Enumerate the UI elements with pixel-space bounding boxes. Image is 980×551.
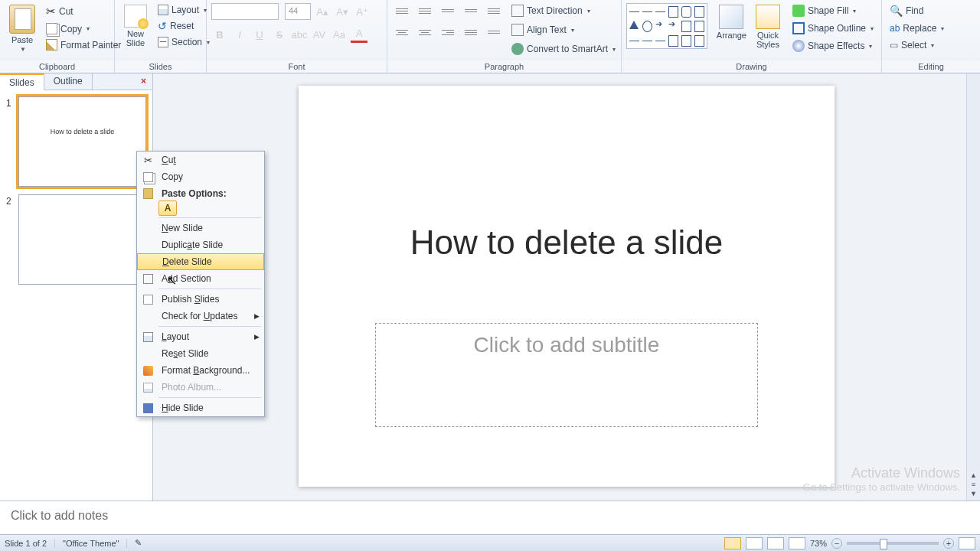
slide-subtitle-placeholder[interactable]: Click to add subtitle xyxy=(375,323,758,427)
status-slide-position: Slide 1 of 2 xyxy=(5,539,55,548)
thumb-number: 1 xyxy=(6,96,14,187)
thumbnail-item[interactable]: 2 xyxy=(6,194,146,285)
arrange-button[interactable]: Arrange xyxy=(712,3,751,41)
ctx-delete-slide[interactable]: Delete Slide xyxy=(137,253,264,270)
thumbnail-2[interactable] xyxy=(18,194,146,285)
slide-nav-icon[interactable]: ≡ xyxy=(972,481,975,488)
sorter-view-button[interactable] xyxy=(746,537,763,549)
find-button[interactable]: 🔍Find xyxy=(887,3,947,18)
group-drawing: Arrange Quick Styles Shape Fill▾ Shape O… xyxy=(622,0,882,73)
zoom-slider[interactable] xyxy=(847,542,939,545)
select-icon: ▭ xyxy=(890,40,898,51)
bullets-button[interactable] xyxy=(392,3,412,18)
font-color-button[interactable]: A xyxy=(351,26,368,43)
outline-icon xyxy=(792,22,805,34)
section-button[interactable]: Section▾ xyxy=(155,35,213,49)
scissors-icon: ✂ xyxy=(46,5,56,18)
bold-button[interactable]: B xyxy=(211,26,228,43)
ctx-layout[interactable]: Layout▶ xyxy=(137,328,264,345)
group-paragraph: Text Direction▾ Align Text▾ Convert to S… xyxy=(387,0,622,73)
panel-close-button[interactable]: × xyxy=(135,73,152,90)
zoom-in-button[interactable]: + xyxy=(943,538,954,549)
notes-pane[interactable]: Click to add notes xyxy=(0,500,980,534)
align-text-button[interactable]: Align Text▾ xyxy=(508,22,619,37)
shadow-button[interactable]: abc xyxy=(291,26,308,43)
select-button[interactable]: ▭Select▾ xyxy=(887,38,947,52)
font-family-combo[interactable] xyxy=(211,3,279,20)
justify-button[interactable] xyxy=(461,24,481,40)
clear-formatting-button[interactable]: A⁺ xyxy=(354,3,371,20)
quick-styles-button[interactable]: Quick Styles xyxy=(751,3,785,51)
slide-title[interactable]: How to delete a slide xyxy=(299,223,835,262)
strikethrough-button[interactable]: S̶ xyxy=(271,26,288,43)
context-menu: ✂Cut Copy Paste Options: A New Slide Dup… xyxy=(136,151,265,417)
copy-button[interactable]: Copy▾ xyxy=(43,21,124,36)
tab-outline[interactable]: Outline xyxy=(44,73,93,90)
prev-slide-icon[interactable]: ▲ xyxy=(970,471,977,479)
group-font: 44 A▴ A▾ A⁺ B I U S̶ abc AV Aa A Font xyxy=(207,0,387,73)
ctx-cut[interactable]: ✂Cut xyxy=(137,152,264,168)
increase-indent-button[interactable] xyxy=(461,3,481,18)
vertical-scrollbar[interactable]: ▲ ≡ ▼ xyxy=(966,73,980,500)
replace-button[interactable]: abReplace▾ xyxy=(887,21,947,35)
zoom-out-button[interactable]: − xyxy=(831,538,842,549)
group-title: Paragraph xyxy=(387,60,621,73)
group-title: Clipboard xyxy=(0,60,114,73)
numbering-button[interactable] xyxy=(415,3,435,18)
ctx-duplicate-slide[interactable]: Duplicate Slide xyxy=(137,236,264,253)
underline-button[interactable]: U xyxy=(251,26,268,43)
shape-effects-button[interactable]: Shape Effects▾ xyxy=(789,38,877,54)
thumbnail-item[interactable]: 1 How to delete a slide xyxy=(6,96,146,187)
shape-rect-icon xyxy=(668,6,678,18)
shape-icon xyxy=(681,35,691,47)
reading-view-button[interactable] xyxy=(767,537,784,549)
slide[interactable]: How to delete a slide Click to add subti… xyxy=(299,86,835,487)
new-slide-button[interactable]: New Slide xyxy=(119,3,152,49)
reset-button[interactable]: ↺Reset xyxy=(155,18,213,34)
shape-more-icon xyxy=(694,35,704,47)
convert-smartart-button[interactable]: Convert to SmartArt▾ xyxy=(508,41,619,57)
normal-view-button[interactable] xyxy=(724,537,741,549)
char-spacing-button[interactable]: AV xyxy=(311,26,328,43)
align-right-button[interactable] xyxy=(438,24,458,40)
ctx-new-slide[interactable]: New Slide xyxy=(137,220,264,236)
line-spacing-button[interactable] xyxy=(484,3,504,18)
copy-icon xyxy=(143,172,153,182)
text-direction-button[interactable]: Text Direction▾ xyxy=(508,3,619,18)
cut-button[interactable]: ✂Cut xyxy=(43,3,124,20)
layout-button[interactable]: Layout▾ xyxy=(155,3,213,17)
paste-button[interactable]: Paste ▼ xyxy=(5,3,40,54)
grow-font-button[interactable]: A▴ xyxy=(314,3,331,20)
tab-slides[interactable]: Slides xyxy=(0,73,44,90)
thumbnail-1[interactable]: How to delete a slide xyxy=(18,96,146,187)
slideshow-view-button[interactable] xyxy=(789,537,805,549)
ctx-copy[interactable]: Copy xyxy=(137,168,264,185)
layout-icon xyxy=(143,332,153,342)
shape-fill-button[interactable]: Shape Fill▾ xyxy=(789,3,877,18)
zoom-level[interactable]: 73% xyxy=(810,539,827,548)
ribbon: Paste ▼ ✂Cut Copy▾ Format Painter Clipbo… xyxy=(0,0,980,73)
ctx-check-updates[interactable]: Check for Updates▶ xyxy=(137,308,264,324)
fit-to-window-button[interactable] xyxy=(959,537,975,549)
shape-outline-button[interactable]: Shape Outline▾ xyxy=(789,21,877,36)
paste-icon xyxy=(9,5,35,34)
shrink-font-button[interactable]: A▾ xyxy=(334,3,351,20)
paste-keep-formatting-button[interactable]: A xyxy=(158,201,177,216)
italic-button[interactable]: I xyxy=(231,26,248,43)
ctx-reset-slide[interactable]: Reset Slide xyxy=(137,345,264,362)
shape-oval-icon xyxy=(642,21,652,32)
ctx-hide-slide[interactable]: Hide Slide xyxy=(137,399,264,416)
format-painter-button[interactable]: Format Painter xyxy=(43,37,124,52)
shapes-gallery[interactable] xyxy=(626,3,707,49)
align-left-button[interactable] xyxy=(392,24,412,40)
ctx-format-background[interactable]: Format Background... xyxy=(137,362,264,379)
next-slide-icon[interactable]: ▼ xyxy=(970,490,977,497)
ctx-publish-slides[interactable]: Publish Slides xyxy=(137,291,264,308)
font-size-combo[interactable]: 44 xyxy=(285,3,311,20)
decrease-indent-button[interactable] xyxy=(438,3,458,18)
ctx-add-section[interactable]: Add Section xyxy=(137,270,264,287)
align-center-button[interactable] xyxy=(415,24,435,40)
spellcheck-icon[interactable]: ✎ xyxy=(135,538,142,548)
columns-button[interactable] xyxy=(484,24,504,40)
change-case-button[interactable]: Aa xyxy=(331,26,348,43)
